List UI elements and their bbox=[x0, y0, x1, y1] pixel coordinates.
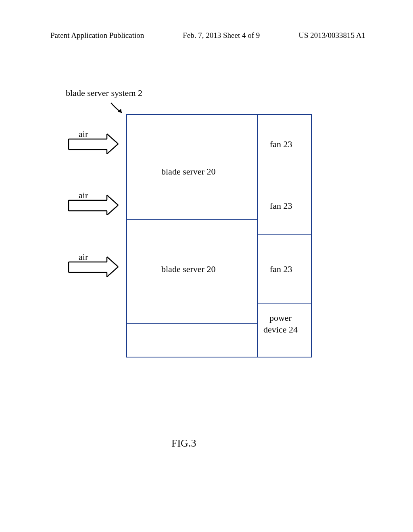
svg-line-6 bbox=[107, 144, 118, 154]
power-line-1: power bbox=[269, 313, 292, 323]
svg-line-5 bbox=[107, 134, 118, 144]
figure-label: FIG.3 bbox=[171, 437, 196, 449]
blade-server-1-label: blade server 20 bbox=[161, 166, 215, 177]
air-arrow-icon-2 bbox=[67, 193, 119, 215]
air-arrow-icon-3 bbox=[67, 255, 119, 277]
header-publication: Patent Application Publication bbox=[50, 31, 144, 40]
bottom-left-cell bbox=[127, 324, 257, 357]
fan-1-label: fan 23 bbox=[270, 139, 292, 150]
power-device-label: power device 24 bbox=[263, 312, 298, 335]
fan-2-label: fan 23 bbox=[270, 201, 292, 211]
system-label: blade server system 2 bbox=[66, 88, 142, 98]
svg-line-20 bbox=[107, 267, 118, 277]
air-arrow-icon-1 bbox=[67, 132, 119, 154]
page-header: Patent Application Publication Feb. 7, 2… bbox=[0, 31, 413, 40]
svg-line-19 bbox=[107, 257, 118, 267]
fan-3-label: fan 23 bbox=[270, 264, 292, 274]
header-patent-number: US 2013/0033815 A1 bbox=[298, 31, 365, 40]
system-pointer-arrow bbox=[109, 102, 127, 116]
svg-line-13 bbox=[107, 205, 118, 215]
power-line-2: device 24 bbox=[263, 324, 298, 335]
blade-server-2-label: blade server 20 bbox=[161, 264, 215, 274]
header-date-sheet: Feb. 7, 2013 Sheet 4 of 9 bbox=[183, 31, 260, 40]
blade-server-system-diagram: blade server 20 blade server 20 fan 23 f… bbox=[126, 114, 312, 357]
svg-line-12 bbox=[107, 195, 118, 205]
